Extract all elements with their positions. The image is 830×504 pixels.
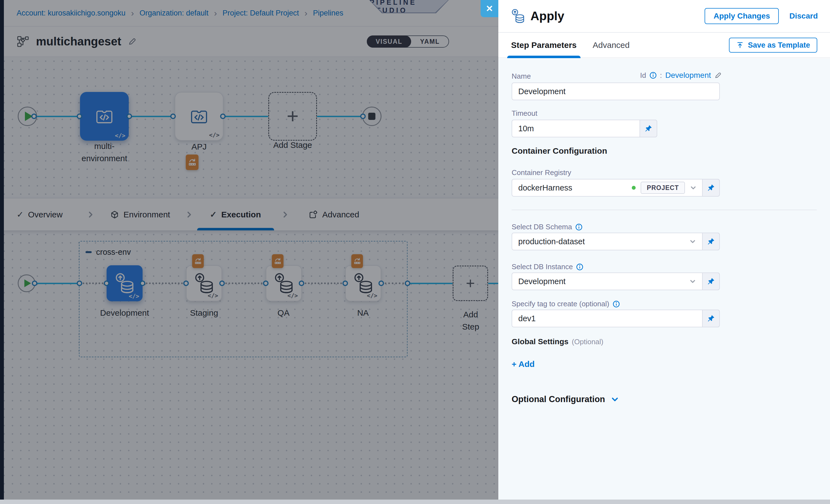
canvas-area: Account: kurosakiichigo.songoku › Organi… [0,0,498,504]
upload-icon [736,41,744,49]
info-icon[interactable] [613,301,620,308]
close-icon: ✕ [486,3,493,14]
tag-runtime-pin-button[interactable] [702,310,720,327]
container-configuration-heading: Container Configuration [512,146,607,156]
db-instance-value: Development [518,277,566,286]
panel-title: Apply [531,9,564,23]
section-divider [512,210,817,210]
timeout-label: Timeout [512,109,537,118]
db-schema-label-text: Select DB Schema [512,223,572,231]
chevron-down-icon[interactable] [689,278,696,285]
registry-meta: PROJECT [632,182,697,194]
tag-label: Specify tag to create (optional) [512,300,620,308]
id-value-link[interactable]: Development [665,71,711,80]
close-panel-button[interactable]: ✕ [481,0,498,17]
db-schema-value: production-dataset [518,237,585,246]
pin-icon [644,125,652,132]
registry-runtime-pin-button[interactable] [702,179,720,197]
id-colon: : [660,71,662,80]
name-input[interactable] [512,83,719,100]
tab-advanced-panel[interactable]: Advanced [593,33,630,58]
timeout-input[interactable] [512,120,634,137]
info-icon[interactable] [576,263,583,271]
db-instance-select[interactable]: Development [512,273,720,290]
save-as-template-button[interactable]: Save as Template [729,38,817,53]
tag-label-text: Specify tag to create (optional) [512,300,609,308]
chevron-down-icon[interactable] [689,238,696,245]
add-global-setting-link[interactable]: + Add [512,359,535,369]
scope-badge: PROJECT [641,182,685,194]
db-schema-label: Select DB Schema [512,223,582,231]
apply-db-icon [511,8,525,24]
pin-icon [707,315,715,322]
pin-icon [707,238,715,245]
step-config-panel: Apply Apply Changes Discard Step Paramet… [498,0,830,504]
tab-step-parameters[interactable]: Step Parameters [511,33,577,58]
pin-icon [707,184,715,192]
pipeline-studio-app: Account: kurosakiichigo.songoku › Organi… [0,0,830,504]
container-registry-select[interactable]: dockerHarness PROJECT [512,179,720,197]
pin-icon [707,278,715,285]
db-instance-runtime-pin-button[interactable] [702,273,720,290]
container-registry-label: Container Registry [512,168,571,177]
db-schema-select[interactable]: production-dataset [512,232,720,250]
info-icon[interactable] [575,223,582,231]
panel-header: Apply Apply Changes Discard [498,0,830,33]
modal-dim-overlay [0,0,498,504]
name-label: Name [512,72,531,81]
name-input-wrap [512,83,720,100]
chevron-down-icon [611,395,619,404]
id-label: Id [640,71,646,80]
db-schema-runtime-pin-button[interactable] [702,232,720,250]
global-settings-row: Global Settings (Optional) [512,337,604,346]
chevron-down-icon[interactable] [690,184,697,191]
timeout-runtime-pin-button[interactable] [640,120,657,137]
tag-input-wrap [512,310,720,327]
container-registry-value: dockerHarness [518,183,572,192]
panel-tab-bar: Step Parameters Advanced Save as Templat… [498,33,830,58]
window-bottom-bar [0,500,830,504]
optional-configuration-label: Optional Configuration [512,394,605,404]
tag-input[interactable] [512,310,695,327]
apply-changes-button[interactable]: Apply Changes [705,8,779,24]
step-id-row: Id : Development [640,71,722,80]
save-as-template-label: Save as Template [748,41,810,50]
db-instance-label: Select DB Instance [512,262,583,271]
discard-button[interactable]: Discard [789,12,818,21]
db-instance-label-text: Select DB Instance [512,262,573,271]
info-icon[interactable] [649,72,657,79]
global-settings-label: Global Settings [512,337,568,346]
panel-body: Name Id : Development Timeout Container … [498,59,830,504]
connector-status-dot [632,186,636,190]
global-settings-optional: (Optional) [572,338,603,346]
timeout-input-wrap [512,120,657,137]
optional-configuration-toggle[interactable]: Optional Configuration [512,394,619,404]
edit-id-icon[interactable] [714,72,722,79]
